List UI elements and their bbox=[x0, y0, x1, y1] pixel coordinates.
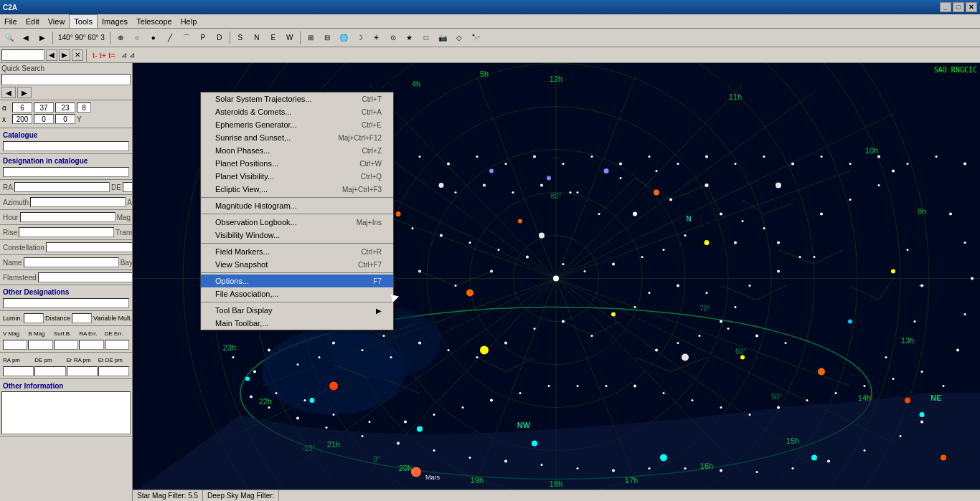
svg-point-228 bbox=[907, 163, 909, 165]
azimuth-input[interactable] bbox=[30, 197, 126, 207]
other-des-row bbox=[1, 297, 131, 309]
close-button[interactable]: ✕ bbox=[966, 2, 977, 12]
menu-ephemeris[interactable]: Ephemeris Generator... Ctrl+E bbox=[201, 118, 393, 131]
tb-globe-btn[interactable]: 🌐 bbox=[336, 30, 352, 46]
menu-mag-hist[interactable]: Magnitude Histogram... bbox=[201, 199, 393, 212]
tb2-right-arrow[interactable]: ▶ bbox=[59, 49, 70, 61]
menu-edit[interactable]: Edit bbox=[22, 14, 44, 28]
tb-diamond-btn[interactable]: ◇ bbox=[451, 30, 467, 46]
alpha-h-input[interactable] bbox=[12, 102, 32, 113]
titlebar-left: C2A bbox=[3, 4, 17, 11]
ephemeris-label: Ephemeris Generator... bbox=[215, 120, 347, 129]
tb-star-btn[interactable]: ★ bbox=[402, 30, 418, 46]
svg-point-285 bbox=[245, 377, 250, 381]
menu-toolbar-display[interactable]: Tool Bar Display ▶ bbox=[201, 304, 393, 317]
raerr-input[interactable] bbox=[79, 340, 103, 350]
coords-section: α x Y bbox=[0, 100, 132, 128]
tb-line-btn[interactable]: ╱ bbox=[162, 30, 178, 46]
rapm-input[interactable] bbox=[3, 366, 34, 376]
menu-moon[interactable]: Moon Phases... Ctrl+Z bbox=[201, 144, 393, 157]
ra-input[interactable] bbox=[14, 182, 110, 192]
tb-s-btn[interactable]: S bbox=[232, 30, 248, 46]
menu-vis-window[interactable]: Visibility Window... bbox=[201, 229, 393, 242]
x-2-input[interactable] bbox=[34, 114, 54, 124]
distance-input[interactable] bbox=[72, 313, 92, 323]
lumin-input[interactable] bbox=[24, 313, 44, 323]
tb-crosshair-btn[interactable]: ⊕ bbox=[113, 30, 128, 46]
search-prev-btn[interactable]: ◀ bbox=[1, 87, 16, 98]
tb-cam-btn[interactable]: 📷 bbox=[435, 30, 451, 46]
menu-view-snapshot[interactable]: View Snapshot Ctrl+F7 bbox=[201, 258, 393, 271]
tb2-close-btn[interactable]: ✕ bbox=[72, 49, 83, 61]
alpha-m-input[interactable] bbox=[34, 102, 54, 113]
tb-p-btn[interactable]: P bbox=[195, 30, 211, 46]
menu-obs-log[interactable]: Observation Logbook... Maj+Ins bbox=[201, 216, 393, 229]
search-input[interactable] bbox=[1, 74, 131, 85]
rise-input[interactable] bbox=[19, 227, 114, 237]
sep-2 bbox=[201, 214, 393, 214]
menu-planet-pos[interactable]: Planet Positions... Ctrl+W bbox=[201, 157, 393, 170]
tb-grid2-btn[interactable]: ⊟ bbox=[319, 30, 335, 46]
vmag-input[interactable] bbox=[3, 340, 27, 350]
tb-e-btn[interactable]: E bbox=[265, 30, 281, 46]
deerr-input[interactable] bbox=[105, 340, 129, 350]
catalogue-input[interactable] bbox=[3, 141, 129, 151]
x-1-input[interactable] bbox=[12, 114, 32, 124]
menu-file[interactable]: File bbox=[0, 14, 22, 28]
surfb-input[interactable] bbox=[54, 340, 78, 350]
tb-dot-btn[interactable]: ● bbox=[146, 30, 161, 46]
tb-left-btn[interactable]: ◀ bbox=[18, 30, 34, 46]
tb-circle-btn[interactable]: ○ bbox=[129, 30, 145, 46]
menu-view[interactable]: View bbox=[44, 14, 70, 28]
tb-search-btn[interactable]: 🔍 bbox=[1, 30, 17, 46]
tb-planet-btn[interactable]: ⊙ bbox=[385, 30, 401, 46]
bmag-input[interactable] bbox=[28, 340, 52, 350]
menu-file-assoc[interactable]: File Association,... bbox=[201, 287, 393, 300]
name-input[interactable] bbox=[24, 257, 119, 267]
menu-solar-system[interactable]: Solar System Trajectories... Ctrl+T bbox=[201, 92, 393, 105]
other-info-area[interactable] bbox=[1, 391, 131, 434]
tb-grid-btn[interactable]: ⊞ bbox=[303, 30, 319, 46]
svg-text:50°: 50° bbox=[771, 393, 782, 401]
menu-ecliptic[interactable]: Ecliptic View,... Maj+Ctrl+F3 bbox=[201, 183, 393, 196]
depm-input[interactable] bbox=[34, 366, 65, 376]
erapm-input[interactable] bbox=[67, 366, 98, 376]
etdepm-input[interactable] bbox=[98, 366, 129, 376]
constellation-input[interactable] bbox=[46, 242, 133, 252]
maximize-button[interactable]: □ bbox=[953, 2, 964, 12]
tb-telescope-btn[interactable]: 🔭 bbox=[468, 30, 484, 46]
minimize-button[interactable]: _ bbox=[940, 2, 951, 12]
alpha-s-input[interactable] bbox=[55, 102, 75, 113]
menu-sunrise[interactable]: Sunrise and Sunset,.. Maj+Ctrl+F12 bbox=[201, 131, 393, 144]
svg-point-103 bbox=[598, 213, 600, 215]
tb-w-btn[interactable]: W bbox=[282, 30, 298, 46]
other-des-input[interactable] bbox=[3, 298, 129, 308]
tb-moon-btn[interactable]: ☽ bbox=[352, 30, 368, 46]
menu-asteroids[interactable]: Asteroids & Comets... Ctrl+A bbox=[201, 105, 393, 118]
menu-planet-vis[interactable]: Planet Visibility... Ctrl+Q bbox=[201, 170, 393, 183]
de-input[interactable] bbox=[123, 182, 133, 192]
tb-d-btn[interactable]: D bbox=[212, 30, 227, 46]
menu-tools[interactable]: Tools bbox=[69, 14, 98, 28]
menu-main-toolbar[interactable]: Main Toolbar,... bbox=[201, 317, 393, 330]
flamsteed-input[interactable] bbox=[38, 272, 133, 282]
tb-sun-btn[interactable]: ☀ bbox=[369, 30, 385, 46]
planet-pos-shortcut: Ctrl+W bbox=[345, 160, 382, 168]
alpha-f-input[interactable] bbox=[77, 102, 91, 113]
menu-telescope[interactable]: Telescope bbox=[132, 14, 176, 28]
tb2-left-arrow[interactable]: ◀ bbox=[46, 49, 57, 61]
starmap[interactable]: 12h 11h 10h 9h ... 13h 14h 15h 16h 17h 1… bbox=[133, 63, 980, 501]
x-3-input[interactable] bbox=[55, 114, 75, 124]
menu-help[interactable]: Help bbox=[176, 14, 202, 28]
tb-box-btn[interactable]: □ bbox=[418, 30, 434, 46]
menu-field-markers[interactable]: Field Markers... Ctrl+R bbox=[201, 245, 393, 258]
designation-input[interactable] bbox=[3, 167, 129, 177]
search-next-btn[interactable]: ▶ bbox=[17, 87, 32, 98]
hour-input[interactable] bbox=[20, 212, 116, 222]
menu-images[interactable]: Images bbox=[98, 14, 132, 28]
tb-u-btn[interactable]: ⌒ bbox=[179, 30, 194, 46]
tb-n-btn[interactable]: N bbox=[249, 30, 265, 46]
tb2-ra-input[interactable] bbox=[1, 49, 44, 61]
menu-options[interactable]: Options... F7 bbox=[201, 275, 393, 287]
tb-right-btn[interactable]: ▶ bbox=[34, 30, 50, 46]
